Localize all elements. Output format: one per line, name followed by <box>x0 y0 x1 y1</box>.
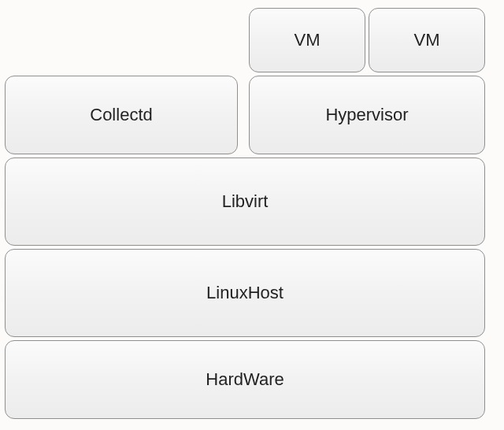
linuxhost-box: LinuxHost <box>5 249 485 337</box>
hypervisor-box: Hypervisor <box>249 76 485 154</box>
hardware-label: HardWare <box>206 369 284 390</box>
vm-label-2: VM <box>414 30 440 50</box>
vm-box-1: VM <box>249 8 365 72</box>
collectd-box: Collectd <box>5 76 238 154</box>
hypervisor-label: Hypervisor <box>325 105 408 125</box>
linuxhost-label: LinuxHost <box>206 283 284 303</box>
collectd-label: Collectd <box>90 105 152 125</box>
vm-label-1: VM <box>295 30 321 50</box>
libvirt-label: Libvirt <box>222 191 269 212</box>
vm-box-2: VM <box>369 8 485 72</box>
hardware-box: HardWare <box>5 340 485 419</box>
libvirt-box: Libvirt <box>5 158 485 246</box>
